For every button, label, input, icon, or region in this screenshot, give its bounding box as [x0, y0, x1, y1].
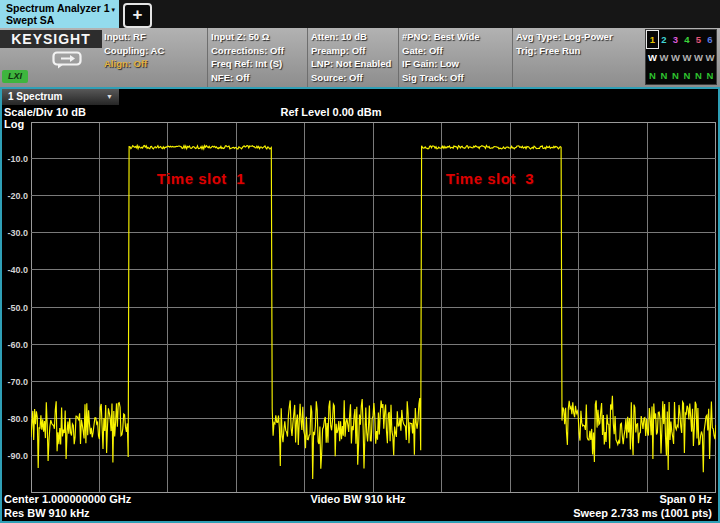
- graticule: [31, 122, 716, 493]
- measurement-selector[interactable]: 1 Spectrum ▼: [2, 89, 119, 105]
- video-bw-annotation[interactable]: Video BW 910 kHz: [310, 493, 405, 505]
- tab-spectrum-analyzer-1[interactable]: Spectrum Analyzer 1 Swept SA ▾: [0, 0, 119, 28]
- setting-lnp[interactable]: LNP: Not Enabled: [311, 57, 397, 71]
- spectrum-analyzer-screen: Spectrum Analyzer 1 Swept SA ▾ + KEYSIGH…: [0, 0, 720, 523]
- y-axis-label: -70.0: [0, 377, 28, 387]
- res-bw-annotation[interactable]: Res BW 910 kHz: [4, 507, 90, 519]
- trace-detector-2[interactable]: N: [659, 67, 670, 84]
- trace-detector-5[interactable]: N: [693, 67, 704, 84]
- feedback-bubble-icon[interactable]: [52, 51, 82, 69]
- trace-number-2[interactable]: 2: [659, 31, 670, 48]
- setting-source[interactable]: Source: Off: [311, 71, 397, 85]
- settings-column-divider: [307, 28, 308, 87]
- center-frequency-annotation[interactable]: Center 1.000000000 GHz: [4, 493, 131, 505]
- settings-column-2[interactable]: Input Z: 50 ΩCorrections: OffFreq Ref: I…: [211, 30, 305, 84]
- y-axis-label: -30.0: [0, 228, 28, 238]
- setting--pno[interactable]: #PNO: Best Wide: [402, 30, 510, 44]
- time-slot-annotation: Time slot 1: [157, 169, 245, 186]
- y-axis-label: -10.0: [0, 154, 28, 164]
- trace-number-3[interactable]: 3: [670, 31, 681, 48]
- measurement-selector-label: 1 Spectrum: [8, 91, 62, 102]
- trace-type-3[interactable]: W: [670, 49, 681, 66]
- settings-column-4[interactable]: #PNO: Best WideGate: OffIF Gain: LowSig …: [402, 30, 510, 84]
- trace-detector-1[interactable]: N: [647, 67, 658, 84]
- settings-column-divider: [398, 28, 399, 87]
- window-tab-bar: Spectrum Analyzer 1 Swept SA ▾ +: [0, 0, 720, 28]
- tab-subtitle: Swept SA: [6, 14, 113, 26]
- setting-input-z[interactable]: Input Z: 50 Ω: [211, 30, 305, 44]
- sweep-time-annotation[interactable]: Sweep 2.733 ms (1001 pts): [573, 507, 712, 519]
- add-tab-button[interactable]: +: [123, 3, 152, 28]
- settings-column-1[interactable]: Input: RFCoupling: ACAlign: Off: [104, 30, 204, 71]
- y-axis-label: -80.0: [0, 414, 28, 424]
- trace-detector-4[interactable]: N: [682, 67, 693, 84]
- y-axis-label: -40.0: [0, 265, 28, 275]
- y-axis-label: -60.0: [0, 340, 28, 350]
- settings-column-divider: [512, 28, 513, 87]
- trace-type-1[interactable]: W: [647, 49, 658, 66]
- chevron-down-icon: ▾: [111, 6, 115, 14]
- setting-input[interactable]: Input: RF: [104, 30, 204, 44]
- setting-sig-track[interactable]: Sig Track: Off: [402, 71, 510, 85]
- setting-freq-ref[interactable]: Freq Ref: Int (S): [211, 57, 305, 71]
- settings-bar: KEYSIGHT LXI Input: RFCoupling: ACAlign:…: [0, 28, 720, 87]
- setting-preamp[interactable]: Preamp: Off: [311, 44, 397, 58]
- trace-type-2[interactable]: W: [659, 49, 670, 66]
- setting-atten[interactable]: Atten: 10 dB: [311, 30, 397, 44]
- setting-corrections[interactable]: Corrections: Off: [211, 44, 305, 58]
- span-annotation[interactable]: Span 0 Hz: [659, 493, 712, 505]
- setting-avg-type[interactable]: Avg Type: Log-Power: [516, 30, 640, 44]
- trace-panel[interactable]: 123456WWWWWWNNNNNN: [645, 29, 717, 85]
- y-axis-label: -90.0: [0, 451, 28, 461]
- setting-coupling[interactable]: Coupling: AC: [104, 44, 204, 58]
- setting-nfe[interactable]: NFE: Off: [211, 71, 305, 85]
- settings-column-divider: [207, 28, 208, 87]
- keysight-logo: KEYSIGHT: [0, 30, 102, 48]
- trace-detector-3[interactable]: N: [670, 67, 681, 84]
- trace-number-6[interactable]: 6: [705, 31, 716, 48]
- log-scale-label: Log: [4, 118, 24, 130]
- trace-number-1[interactable]: 1: [647, 31, 658, 48]
- trace-detector-6[interactable]: N: [705, 67, 716, 84]
- setting-gate[interactable]: Gate: Off: [402, 44, 510, 58]
- spectrum-plot: [31, 122, 716, 493]
- trace-type-4[interactable]: W: [682, 49, 693, 66]
- y-axis-label: -20.0: [0, 191, 28, 201]
- time-slot-annotation: Time slot 3: [446, 169, 534, 186]
- scale-per-div-annotation[interactable]: Scale/Div 10 dB: [4, 106, 86, 118]
- setting-align[interactable]: Align: Off: [104, 57, 204, 71]
- trace-number-5[interactable]: 5: [693, 31, 704, 48]
- trace-number-4[interactable]: 4: [682, 31, 693, 48]
- dropdown-caret-icon: ▼: [106, 89, 113, 105]
- lxi-badge: LXI: [2, 70, 28, 83]
- setting-if-gain[interactable]: IF Gain: Low: [402, 57, 510, 71]
- trace-type-5[interactable]: W: [693, 49, 704, 66]
- setting-trig[interactable]: Trig: Free Run: [516, 44, 640, 58]
- settings-column-3[interactable]: Atten: 10 dBPreamp: OffLNP: Not EnabledS…: [311, 30, 397, 84]
- y-axis-label: -50.0: [0, 303, 28, 313]
- tab-title: Spectrum Analyzer 1: [6, 2, 113, 14]
- trace-type-6[interactable]: W: [705, 49, 716, 66]
- ref-level-annotation[interactable]: Ref Level 0.00 dBm: [281, 106, 382, 118]
- settings-column-5[interactable]: Avg Type: Log-PowerTrig: Free Run: [516, 30, 640, 57]
